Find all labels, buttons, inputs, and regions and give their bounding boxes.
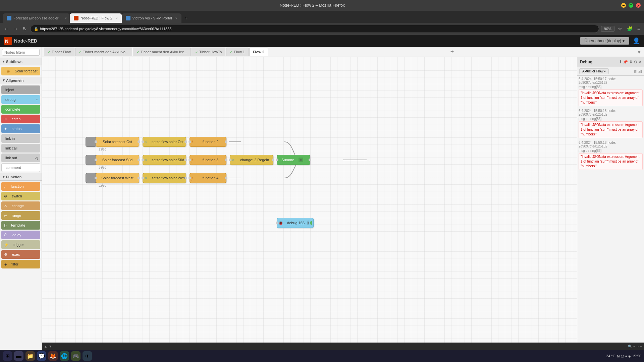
palette-section-allgemein[interactable]: ▾ Allgemein — [0, 77, 42, 84]
palette-node-function[interactable]: ƒ function — [1, 182, 40, 191]
tab-close-3[interactable]: × — [175, 16, 177, 20]
flow-tab-flow1[interactable]: ✓ Flow 1 — [226, 48, 248, 56]
canvas-node-function3[interactable]: ƒ function 3 — [190, 155, 226, 165]
address-bar[interactable]: 🔒 https://287125-nodered.proxyrelay8.vic… — [30, 25, 599, 33]
zoom-level[interactable]: 90% — [601, 26, 614, 32]
debug-settings-btn[interactable]: ⚙ — [634, 60, 638, 64]
taskbar-folder-icon[interactable]: 📁 — [25, 351, 35, 361]
tab-close-1[interactable]: × — [65, 16, 67, 20]
statusbar-search[interactable]: 🔍 — [628, 345, 632, 348]
nr-statusbar: ▲ ▼ 🔍 − ○ + — [42, 343, 644, 350]
palette-node-solar-forecast[interactable]: ◉ Solar forecast — [1, 67, 40, 75]
window-close[interactable]: × — [636, 3, 641, 8]
canvas-node-setze-ost[interactable]: ✕ setze flow.solar.Ost — [143, 137, 186, 147]
flow-tab-tibber-akku-lee[interactable]: ✓ Tibber macht den Akku lee... — [133, 48, 191, 56]
tab-close-2[interactable]: × — [116, 16, 118, 20]
debug166-toggle[interactable] — [310, 221, 312, 225]
allgemein-nodes: inject debug ≡ complete ✕ catch ✦ status — [0, 84, 42, 173]
statusbar-scroll-down[interactable]: ▼ — [49, 345, 52, 348]
debug-export-btn[interactable]: ⬇ — [629, 60, 633, 64]
palette-node-template[interactable]: {} template — [1, 221, 40, 230]
summe-toggle-btn[interactable] — [304, 158, 309, 162]
debug-filter-button[interactable]: Aktueller Flow ▾ — [579, 68, 609, 74]
palette-node-link-out[interactable]: link out ◁ — [1, 154, 40, 162]
statusbar-zoom-reset[interactable]: ○ — [637, 345, 639, 348]
flow-tab-flow2[interactable]: Flow 2 — [249, 48, 268, 56]
debug-msg-3-meta: 6.4.2024, 15:50:18 node: 2d9097cfea12515… — [579, 141, 643, 148]
window-maximize[interactable]: □ — [629, 3, 633, 8]
debug-clear-button[interactable]: 🗑 all — [634, 69, 642, 73]
new-tab-button[interactable]: + — [181, 13, 191, 23]
debug-info-btn[interactable]: ℹ — [620, 60, 622, 64]
palette-node-change[interactable]: ✕ change — [1, 201, 40, 210]
statusbar-zoom-out[interactable]: − — [633, 345, 635, 348]
palette-section-subflows[interactable]: ▾ Subflows — [0, 58, 42, 65]
window-minimize[interactable]: − — [621, 3, 626, 8]
back-button[interactable]: ← — [3, 25, 10, 33]
browser-tab-3[interactable]: Victron Vis - VRM Portal × — [122, 13, 181, 23]
palette-section-funktion[interactable]: ▾ Funktion — [0, 173, 42, 181]
palette-node-delay[interactable]: ⏱ delay — [1, 231, 40, 239]
debug166-menu-btn[interactable]: ≡ — [307, 221, 309, 225]
debug-msg-1-timestamp: 6.4.2024, 15:50:17 — [579, 77, 606, 81]
flow-canvas[interactable]: Solar forecast Ost 23/60 ✕ setze flow.so… — [42, 57, 577, 343]
palette-node-comment[interactable]: comment — [1, 163, 40, 172]
menu-button[interactable]: ≡ — [636, 25, 641, 33]
trigger-label: trigger — [13, 243, 24, 247]
user-button[interactable]: 👤 — [633, 37, 640, 45]
flow-tab-tibber-akku-vol[interactable]: ✓ Tibber macht den Akku vo... — [75, 48, 132, 56]
deploy-button[interactable]: Übernahme (deploy) ▾ — [580, 37, 629, 45]
statusbar-zoom-in[interactable]: + — [640, 345, 642, 348]
palette-node-trigger[interactable]: ⚡ trigger — [1, 240, 40, 249]
canvas-node-solar-west[interactable]: Solar forecast West 22/60 — [96, 173, 139, 183]
browser-tab-2[interactable]: Node-RED : Flow 2 × — [70, 13, 122, 23]
canvas-node-solar-ost[interactable]: Solar forecast Ost 23/60 — [96, 137, 139, 147]
summe-menu-btn[interactable]: ≡ — [299, 158, 303, 162]
extensions-button[interactable]: 🧩 — [626, 25, 634, 33]
canvas-node-setze-sud[interactable]: ✕ setze flow.solar.Süd — [143, 155, 186, 165]
palette-node-exec[interactable]: ⚙ exec — [1, 250, 40, 259]
statusbar-scroll-up[interactable]: ▲ — [44, 345, 47, 348]
taskbar-time: 15:50 — [632, 354, 641, 358]
debug-close-btn[interactable]: × — [639, 60, 641, 64]
forward-button[interactable]: → — [12, 25, 19, 33]
taskbar-game-icon[interactable]: 🎮 — [71, 351, 80, 361]
palette-node-switch[interactable]: ⊙ switch — [1, 192, 40, 200]
palette-node-range[interactable]: ⇌ range — [1, 211, 40, 220]
flow-tab-tibber[interactable]: ✓ Tibber Flow — [44, 48, 74, 56]
canvas-node-change[interactable]: ✕ change: 2 Regeln — [230, 155, 273, 165]
canvas-node-function2[interactable]: ƒ function 2 — [190, 137, 226, 147]
canvas-node-solar-sud[interactable]: Solar forecast Süd 24/60 — [96, 155, 139, 165]
browser-tab-1[interactable]: Forecast Ergebnisse addier... × — [3, 13, 70, 23]
taskbar-firefox-icon[interactable]: 🦊 — [48, 351, 58, 361]
palette-node-solar-label: Solar forecast — [15, 69, 38, 73]
palette-node-catch[interactable]: ✕ catch — [1, 115, 40, 123]
taskbar: ⊞ ▬ 📁 💬 🦊 🌐 🎮 ✈ 24 °C ⊠ ◎ ♦ ◈ 15:50 — [0, 350, 644, 362]
palette-node-complete[interactable]: complete — [1, 105, 40, 114]
subflows-nodes: ◉ Solar forecast — [0, 65, 42, 77]
palette-node-inject[interactable]: inject — [1, 85, 40, 94]
canvas-node-function4[interactable]: ƒ function 4 — [190, 173, 226, 183]
port-left-summe — [276, 159, 278, 161]
taskbar-discord-icon[interactable]: 💬 — [37, 351, 46, 361]
palette-node-link-in[interactable]: link in — [1, 134, 40, 143]
palette-search-input[interactable] — [2, 49, 40, 56]
palette-node-filter[interactable]: ◈ filter — [1, 260, 40, 268]
taskbar-terminal-icon[interactable]: ▬ — [14, 351, 23, 361]
canvas-node-summe[interactable]: Summe ≡ — [277, 155, 310, 165]
flow-tab-tibber-howto[interactable]: ✓ Tibber HowTo — [192, 48, 225, 56]
palette-node-status[interactable]: ✦ status — [1, 124, 40, 133]
flow-tabs-menu-button[interactable]: ▾ — [636, 48, 642, 56]
canvas-node-setze-west[interactable]: ✕ setze flow.solar.West — [143, 173, 186, 183]
reload-button[interactable]: ↻ — [21, 25, 28, 33]
debug-pin-btn[interactable]: 📌 — [623, 60, 628, 64]
taskbar-telegram-icon[interactable]: ✈ — [83, 351, 92, 361]
security-icon: 🔒 — [34, 27, 39, 31]
bookmark-button[interactable]: ☆ — [616, 25, 624, 33]
taskbar-browser-icon[interactable]: 🌐 — [60, 351, 69, 361]
taskbar-system-icon[interactable]: ⊞ — [3, 351, 12, 361]
add-flow-tab-button[interactable]: + — [449, 48, 455, 55]
palette-node-debug[interactable]: debug ≡ — [1, 95, 40, 104]
canvas-node-debug166[interactable]: 🐞 debug 166 ≡ — [277, 218, 314, 228]
palette-node-link-call[interactable]: link call — [1, 144, 40, 153]
